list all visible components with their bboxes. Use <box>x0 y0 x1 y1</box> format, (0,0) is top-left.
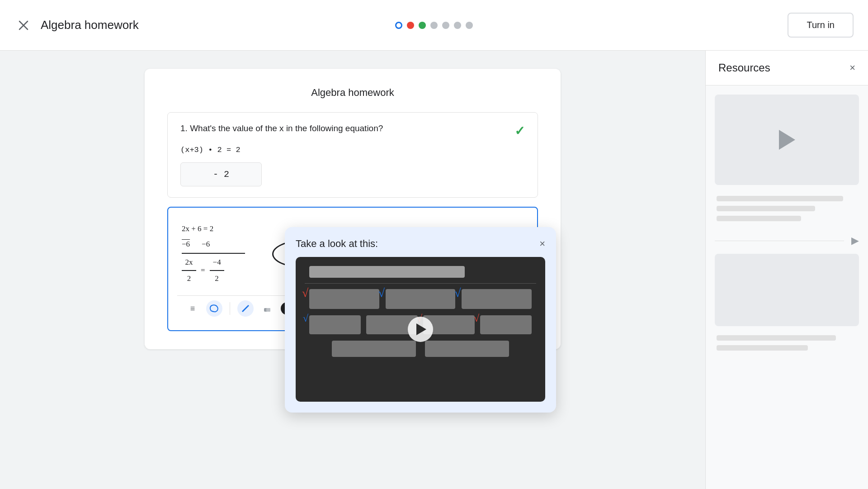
resources-next-arrow[interactable]: ▶ <box>851 235 859 247</box>
svg-rect-3 <box>266 308 270 312</box>
resource-meta-2 <box>706 333 868 357</box>
play-icon-1 <box>779 130 795 150</box>
dot-1[interactable] <box>395 22 402 29</box>
popup-close-button[interactable]: × <box>539 239 545 249</box>
question-row: 1. What's the value of the x in the foll… <box>180 123 525 138</box>
resources-title: Resources <box>718 62 770 74</box>
dot-3[interactable] <box>419 22 426 29</box>
equation-text: (x+3) • 2 = 2 <box>180 146 525 154</box>
homework-area: Algebra homework 1. What's the value of … <box>0 51 705 489</box>
resources-close-button[interactable]: × <box>849 62 855 74</box>
homework-card-title: Algebra homework <box>167 87 538 99</box>
dot-2[interactable] <box>407 22 414 29</box>
question-box: 1. What's the value of the x in the foll… <box>167 112 538 198</box>
main-content: Algebra homework 1. What's the value of … <box>0 51 868 489</box>
popup-header: Take a look at this: × <box>296 238 545 250</box>
progress-dots <box>395 22 473 29</box>
popup-video[interactable]: √ √ √ √ <box>296 257 545 402</box>
resource-video-1[interactable] <box>715 95 859 185</box>
resources-panel: Resources × ▶ <box>705 51 868 489</box>
eraser-tool[interactable] <box>259 300 275 317</box>
page-title: Algebra homework <box>41 18 139 32</box>
toolbar-sep-1 <box>230 302 230 315</box>
dot-5[interactable] <box>442 22 449 29</box>
video-play-button[interactable] <box>408 317 433 342</box>
lines-tool[interactable]: ≡ <box>184 300 201 317</box>
math-work: 2x + 6 = 2 −6 −6 2x 2 = <box>182 221 245 286</box>
app-header: Algebra homework Turn in <box>0 0 868 51</box>
lasso-tool[interactable] <box>206 300 222 317</box>
dot-4[interactable] <box>430 22 438 29</box>
answer-box: - 2 <box>180 162 262 186</box>
question-text: 1. What's the value of the x in the foll… <box>180 123 383 133</box>
question-body: What's the value of the x in the followi… <box>190 123 383 133</box>
take-a-look-popup: Take a look at this: × √ √ <box>285 227 556 413</box>
close-button[interactable] <box>14 16 33 34</box>
question-number: 1. <box>180 123 188 133</box>
turn-in-button[interactable]: Turn in <box>788 13 854 38</box>
resource-meta-1 <box>706 194 868 228</box>
dot-7[interactable] <box>466 22 473 29</box>
pen-tool[interactable] <box>237 300 254 317</box>
check-icon: ✓ <box>514 123 525 138</box>
resource-video-2[interactable] <box>715 254 859 326</box>
popup-title: Take a look at this: <box>296 238 378 250</box>
dot-6[interactable] <box>454 22 461 29</box>
resources-header: Resources × <box>706 51 868 85</box>
